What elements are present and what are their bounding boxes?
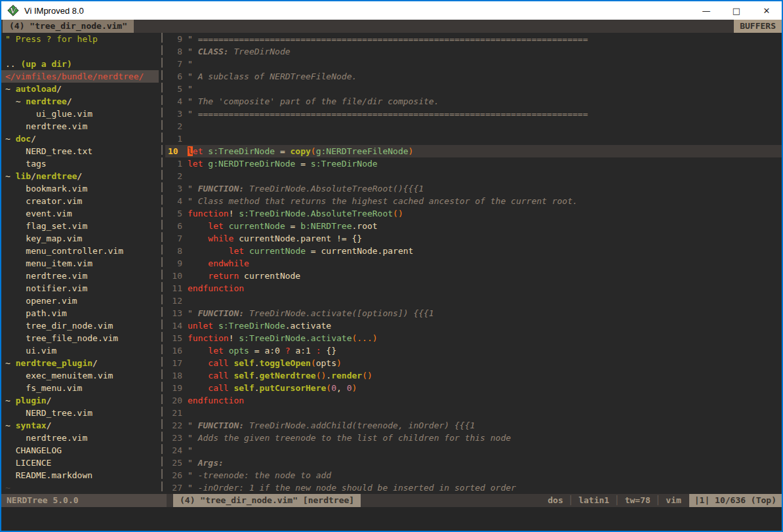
code-text: call self.putCursorHere(0, 0) — [188, 382, 357, 394]
editor-line[interactable]: 18 call self.getNerdtree().render() — [165, 369, 782, 382]
editor-pane[interactable]: 9" =====================================… — [165, 33, 782, 494]
code-text: function! s:TreeDirNode.activate(...) — [188, 332, 378, 344]
nerdtree-pane[interactable]: " Press ? for help.. (up a dir)</vimfile… — [1, 33, 159, 494]
editor-line[interactable]: 2 — [165, 120, 782, 133]
line-number: 19 — [165, 382, 188, 394]
code-text: endfunction — [188, 282, 244, 295]
editor-line[interactable]: 19 call self.putCursorHere(0, 0) — [165, 382, 782, 394]
editor-line[interactable]: 8 let currentNode = currentNode.parent — [165, 245, 782, 257]
tree-dir-nerdtree[interactable]: ~ nerdtree/ — [1, 95, 159, 108]
tree-dir-syntax[interactable]: ~ syntax/ — [1, 419, 159, 432]
tree-line[interactable] — [1, 45, 159, 58]
editor-line[interactable]: 13" FUNCTION: TreeDirNode.activate([opti… — [165, 307, 782, 319]
editor-line[interactable]: 22" FUNCTION: TreeDirNode.addChild(treen… — [165, 419, 782, 432]
tree-file[interactable]: nerdtree.vim — [1, 270, 159, 282]
editor-line[interactable]: 2 — [165, 170, 782, 182]
tree-file[interactable]: nerdtree.vim — [1, 120, 159, 133]
editor-line[interactable]: 12 — [165, 295, 782, 307]
tree-dir-nerdtree-plugin[interactable]: ~ nerdtree_plugin/ — [1, 357, 159, 369]
editor-line[interactable]: 9" =====================================… — [165, 33, 782, 45]
tree-file[interactable]: tree_dir_node.vim — [1, 319, 159, 332]
editor-line[interactable]: 3" FUNCTION: TreeDirNode.AbsoluteTreeRoo… — [165, 182, 782, 195]
code-text: " — [188, 58, 193, 70]
line-number: 18 — [165, 369, 188, 382]
tree-file[interactable]: tags — [1, 157, 159, 170]
tree-file[interactable]: exec_menuitem.vim — [1, 369, 159, 382]
tree-dir-lib-nerdtree[interactable]: ~ lib/nerdtree/ — [1, 170, 159, 182]
tree-root[interactable]: </vimfiles/bundle/nerdtree/ — [1, 70, 159, 83]
editor-line[interactable]: 25" Args: — [165, 457, 782, 469]
window-separator[interactable] — [159, 33, 165, 494]
code-text: function! s:TreeDirNode.AbsoluteTreeRoot… — [188, 207, 403, 220]
tree-file[interactable]: NERD_tree.txt — [1, 145, 159, 157]
tree-file[interactable]: opener.vim — [1, 295, 159, 307]
editor-line[interactable]: 9 endwhile — [165, 257, 782, 270]
editor-line[interactable]: 23" Adds the given treenode to the list … — [165, 432, 782, 444]
tree-file[interactable]: nerdtree.vim — [1, 432, 159, 444]
editor-line[interactable]: 6" A subclass of NERDTreeFileNode. — [165, 70, 782, 83]
editor-line[interactable]: 14unlet s:TreeDirNode.activate — [165, 319, 782, 332]
code-text: " ======================================… — [188, 33, 588, 45]
editor-line[interactable]: 20endfunction — [165, 394, 782, 407]
tree-file[interactable]: NERD_tree.vim — [1, 407, 159, 419]
editor-line[interactable]: 7 while currentNode.parent != {} — [165, 232, 782, 245]
statusline-flag: dos — [548, 495, 563, 505]
tab-tree-dir-node[interactable]: (4) "tree_dir_node.vim" — [3, 20, 134, 33]
tree-file[interactable]: notifier.vim — [1, 282, 159, 295]
tree-file[interactable]: README.markdown — [1, 469, 159, 481]
code-text: let currentNode = b:NERDTree.root — [188, 220, 378, 232]
tree-file[interactable]: event.vim — [1, 207, 159, 220]
editor-line[interactable]: 17 call self.toggleOpen(opts) — [165, 357, 782, 369]
tree-file[interactable]: key_map.vim — [1, 232, 159, 245]
code-text: call self.toggleOpen(opts) — [188, 357, 342, 369]
editor-line[interactable]: 4" The 'composite' part of the file/dir … — [165, 95, 782, 108]
minimize-button[interactable]: — — [691, 1, 721, 20]
line-number: 8 — [165, 245, 188, 257]
code-text: while currentNode.parent != {} — [188, 232, 362, 245]
editor-line[interactable]: 8" CLASS: TreeDirNode — [165, 45, 782, 58]
tree-file[interactable]: tree_file_node.vim — [1, 332, 159, 344]
tree-dir-plugin[interactable]: ~ plugin/ — [1, 394, 159, 407]
tree-file[interactable]: ui_glue.vim — [1, 108, 159, 120]
tree-item-up-a-dir[interactable]: .. (up a dir) — [1, 58, 159, 70]
tree-file[interactable]: menu_controller.vim — [1, 245, 159, 257]
editor-line[interactable]: 15function! s:TreeDirNode.activate(...) — [165, 332, 782, 344]
editor-line[interactable]: 7" — [165, 58, 782, 70]
maximize-button[interactable]: □ — [721, 1, 752, 20]
editor-line[interactable]: 21 — [165, 407, 782, 419]
line-number: 2 — [165, 170, 188, 182]
tree-file[interactable]: bookmark.vim — [1, 182, 159, 195]
editor-line[interactable]: 5" — [165, 83, 782, 95]
tree-file[interactable]: CHANGELOG — [1, 444, 159, 457]
tree-file[interactable]: ui.vim — [1, 344, 159, 357]
editor-line[interactable]: 26" -treenode: the node to add — [165, 469, 782, 481]
tree-file[interactable]: flag_set.vim — [1, 220, 159, 232]
editor-line[interactable]: 16 let opts = a:0 ? a:1 : {} — [165, 344, 782, 357]
editor-line[interactable]: 6 let currentNode = b:NERDTree.root — [165, 220, 782, 232]
editor-line[interactable]: 3" =====================================… — [165, 108, 782, 120]
editor-line[interactable]: 1let g:NERDTreeDirNode = s:TreeDirNode — [165, 157, 782, 170]
tree-file[interactable]: fs_menu.vim — [1, 382, 159, 394]
editor-line[interactable]: 10 return currentNode — [165, 270, 782, 282]
editor-line[interactable]: 27" -inOrder: 1 if the new node should b… — [165, 481, 782, 494]
line-number: 26 — [165, 469, 188, 481]
tree-dir-doc[interactable]: ~ doc/ — [1, 133, 159, 145]
editor-line[interactable]: 5function! s:TreeDirNode.AbsoluteTreeRoo… — [165, 207, 782, 220]
tree-line[interactable]: " Press ? for help — [1, 33, 159, 45]
line-number: 6 — [165, 70, 188, 83]
editor-line-current[interactable]: 10let s:TreeDirNode = copy(g:NERDTreeFil… — [165, 145, 782, 157]
tree-dir-autoload[interactable]: ~ autoload/ — [1, 83, 159, 95]
editor-line[interactable]: 11endfunction — [165, 282, 782, 295]
tree-file[interactable]: path.vim — [1, 307, 159, 319]
close-button[interactable]: ✕ — [752, 1, 782, 20]
line-number: 3 — [165, 182, 188, 195]
editor-line[interactable]: 1 — [165, 133, 782, 145]
tree-file[interactable]: creator.vim — [1, 195, 159, 207]
editor-line[interactable]: 4" Class method that returns the highest… — [165, 195, 782, 207]
tree-empty-tilde[interactable]: ~ — [1, 481, 159, 494]
editor-line[interactable]: 24" — [165, 444, 782, 457]
tree-file[interactable]: LICENCE — [1, 457, 159, 469]
tree-file[interactable]: menu_item.vim — [1, 257, 159, 270]
line-number: 7 — [165, 232, 188, 245]
statusline-flag-separator: │ — [563, 495, 578, 505]
